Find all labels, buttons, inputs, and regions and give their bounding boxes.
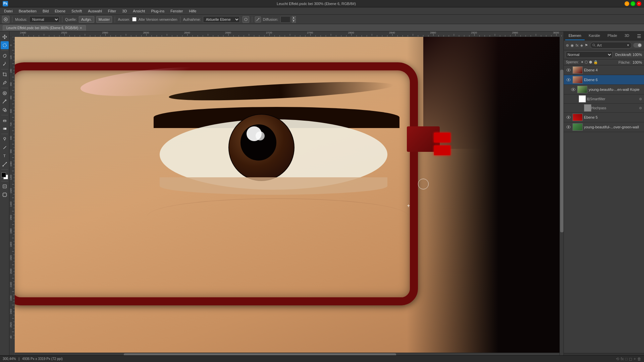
canvas-container[interactable]: + — [15, 37, 559, 357]
layer-vis-ebene6[interactable] — [566, 77, 571, 82]
lock-pixel-icon[interactable]: ⬡ — [585, 60, 588, 64]
v-scrollbar[interactable] — [559, 37, 564, 362]
layer-vis-young-kopie[interactable] — [571, 87, 576, 92]
layer-vis-ebene5[interactable] — [566, 115, 571, 120]
v-scrollbar-thumb[interactable] — [560, 70, 564, 232]
canvas-area[interactable]: + — [9, 32, 564, 362]
layer-thumb-ebene4 — [573, 66, 583, 74]
tool-eraser[interactable] — [1, 116, 9, 124]
alte-version-check[interactable] — [132, 17, 137, 21]
layer-item-ebene4[interactable]: Ebene 4 — [564, 65, 644, 75]
statusbar-icon2[interactable]: fx — [621, 357, 624, 361]
filter-icon-attr[interactable]: ⚑ — [585, 43, 588, 47]
smartfilter-expand[interactable]: ⚙ — [639, 97, 642, 101]
sample-icon-btn[interactable] — [243, 16, 249, 23]
tool-text[interactable]: T — [1, 152, 9, 160]
brush-icon-btn[interactable] — [255, 16, 261, 22]
mode-select[interactable]: Normal Auflösen Abdunkeln — [29, 16, 59, 23]
layer-item-hochpass[interactable]: Hochpass ⚙ — [564, 104, 644, 113]
lock-artboard-icon[interactable]: ⬢ — [589, 60, 592, 64]
doc-tab-close[interactable]: ✕ — [79, 26, 82, 30]
panel-options-btn[interactable]: ☰ — [636, 32, 643, 40]
tool-eyedropper[interactable] — [1, 79, 9, 87]
active-doc-tab[interactable]: Leucht Effekt.psdc bei 300% (Ebene 6, RG… — [3, 25, 86, 31]
layer-item-ebene6[interactable]: Ebene 6 — [564, 75, 644, 85]
tab-kanaele[interactable]: Kanäle — [585, 32, 603, 40]
tool-move[interactable] — [1, 33, 9, 41]
tool-icon[interactable] — [2, 16, 9, 23]
window-controls[interactable]: – □ ✕ — [625, 1, 641, 6]
minimize-button[interactable]: – — [625, 1, 629, 6]
layer-item-smartfilter[interactable]: ⛓ Smartfilter ⚙ — [564, 95, 644, 104]
tool-pen[interactable] — [1, 143, 9, 152]
tool-sep-7 — [1, 181, 8, 181]
tool-dodge[interactable] — [1, 135, 9, 143]
aufnahme-select[interactable]: Aktuelle Ebene Alle Ebenen — [203, 16, 240, 23]
tab-ebenen[interactable]: Ebenen — [565, 32, 585, 40]
blend-mode-select[interactable]: Normal Auflösen Abdunkeln Multiplizieren… — [566, 51, 612, 58]
tool-path-select[interactable] — [1, 160, 9, 168]
tool-gradient[interactable] — [1, 125, 9, 133]
filter-icon-color[interactable]: ◉ — [571, 43, 574, 47]
close-button[interactable]: ✕ — [637, 1, 641, 6]
svg-point-2 — [245, 18, 247, 21]
lock-icons: ✦ ⬡ ⬢ 🔒 — [581, 60, 598, 64]
layer-item-young-kopie[interactable]: young-beautifu-...en-wall Kopie — [564, 85, 644, 95]
lock-position-icon[interactable]: ✦ — [581, 60, 584, 64]
color-swatches[interactable] — [1, 172, 9, 180]
filter-input-container[interactable]: Art ▼ — [590, 42, 632, 49]
menu-schrift[interactable]: Schrift — [69, 8, 85, 14]
layer-item-ebene5[interactable]: Ebene 5 — [564, 113, 644, 122]
svg-point-31 — [568, 126, 569, 128]
menu-bild[interactable]: Bild — [40, 8, 51, 14]
maximize-button[interactable]: □ — [631, 1, 635, 6]
menu-plugins[interactable]: Plug-ins — [148, 8, 167, 14]
aufgn-button[interactable]: Aufgn. — [79, 16, 94, 23]
tool-magic-wand[interactable] — [1, 60, 9, 68]
diffusion-stepper[interactable]: ▲ ▼ — [292, 16, 296, 23]
menu-ebene[interactable]: Ebene — [52, 8, 68, 14]
statusbar-icon3[interactable]: □ — [625, 357, 628, 361]
filter-icon-mode[interactable]: ◈ — [580, 43, 583, 47]
statusbar-icon4[interactable]: ◻ — [629, 357, 632, 361]
statusbar-icon6[interactable]: 🗑 — [637, 357, 641, 361]
mode-label: Modus: — [15, 17, 27, 21]
muster-button[interactable]: Muster — [96, 16, 112, 23]
tool-quickmask[interactable] — [1, 182, 9, 190]
menu-hilfe[interactable]: Hilfe — [186, 8, 199, 14]
menu-datei[interactable]: Datei — [1, 8, 15, 14]
layers-list: Ebene 4 Ebene 6 young-beautifu-...en-wal… — [564, 65, 644, 353]
tab-3d[interactable]: 3D — [621, 32, 633, 40]
layer-vis-young-bg[interactable] — [566, 124, 571, 130]
tool-clone[interactable] — [1, 106, 9, 114]
filter-icon-effect[interactable]: fx — [576, 43, 579, 47]
tool-brush[interactable] — [1, 98, 9, 106]
menu-fenster[interactable]: Fenster — [168, 8, 185, 14]
menu-3d[interactable]: 3D — [119, 8, 129, 14]
diffusion-input[interactable]: 5 — [280, 16, 290, 23]
statusbar-icon1[interactable]: ⟲ — [616, 357, 619, 361]
menu-ansicht[interactable]: Ansicht — [130, 8, 148, 14]
tool-heal[interactable] — [1, 89, 9, 97]
layer-item-young-bg[interactable]: young-beautiful-...over-green-wall — [564, 122, 644, 132]
filter-type-label: Art — [597, 43, 602, 47]
window-title: Leucht Effekt.psdc bei 300% (Ebene 6, RG… — [8, 2, 625, 6]
layer-vis-hochpass[interactable] — [579, 105, 584, 111]
tool-artboard[interactable] — [1, 191, 9, 199]
tab-pfade[interactable]: Pfade — [604, 32, 621, 40]
statusbar-icon5[interactable]: + — [634, 357, 636, 361]
eye-highlight-2 — [256, 131, 265, 140]
hochpass-settings[interactable]: ⚙ — [639, 106, 642, 110]
menu-auswahl[interactable]: Auswahl — [85, 8, 105, 14]
tool-crop[interactable] — [1, 70, 9, 78]
menu-filter[interactable]: Filter — [105, 8, 119, 14]
menu-bearbeiten[interactable]: Bearbeiten — [16, 8, 39, 14]
tool-select[interactable] — [1, 41, 9, 49]
filter-toggle[interactable] — [633, 43, 642, 48]
filter-icon-kind[interactable]: ⊛ — [566, 43, 569, 47]
tool-lasso[interactable] — [1, 52, 9, 60]
filter-dropdown-arrow[interactable]: ▼ — [627, 44, 630, 47]
layer-vis-smartfilter[interactable] — [573, 96, 579, 102]
layer-vis-ebene4[interactable] — [566, 67, 571, 73]
lock-all-icon[interactable]: 🔒 — [593, 60, 598, 64]
